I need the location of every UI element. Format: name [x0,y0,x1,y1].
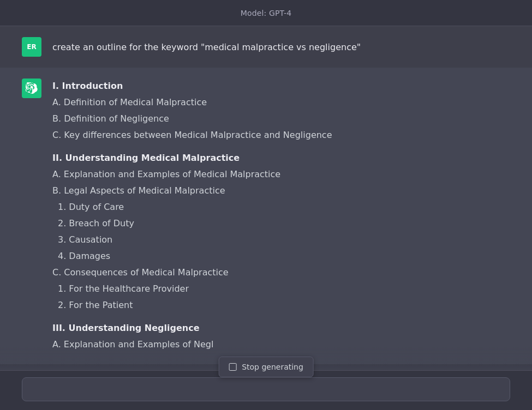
user-avatar: ER [22,37,41,57]
outline-line: C. Consequences of Medical Malpractice [52,265,510,280]
user-message-row: ER create an outline for the keyword "me… [0,26,532,68]
stop-label: Stop generating [242,363,303,371]
ai-message-row: I. Introduction A. Definition of Medical… [0,68,532,364]
stop-generating-button[interactable]: Stop generating [218,357,314,377]
outline-line: A. Explanation and Examples of Negl [52,337,510,352]
model-header: Model: GPT-4 [0,0,532,26]
stop-icon [229,363,236,371]
outline-line: I. Introduction [52,79,510,94]
outline-line: B. Legal Aspects of Medical Malpractice [52,183,510,198]
outline-line: 2. For the Patient [52,298,510,313]
outline-line: 1. Duty of Care [52,200,510,215]
avatar-initials: ER [27,43,36,51]
outline-line: 3. Causation [52,232,510,248]
outline-line: B. Definition of Negligence [52,111,510,126]
ai-content: I. Introduction A. Definition of Medical… [52,79,510,353]
outline-line: A. Definition of Medical Malpractice [52,95,510,110]
outline-line: 4. Damages [52,249,510,264]
outline-line: II. Understanding Medical Malpractice [52,150,510,166]
openai-logo-icon [26,82,38,94]
outline-line: III. Understanding Negligence [52,321,510,336]
outline-line: 2. Breach of Duty [52,216,510,231]
ai-avatar [22,79,41,98]
outline-line: 1. For the Healthcare Provider [52,281,510,297]
outline-line: A. Explanation and Examples of Medical M… [52,167,510,182]
user-message-text: create an outline for the keyword "medic… [52,37,361,55]
model-title: Model: GPT-4 [241,9,291,17]
outline-line: C. Key differences between Medical Malpr… [52,128,510,143]
message-input[interactable] [22,377,510,401]
